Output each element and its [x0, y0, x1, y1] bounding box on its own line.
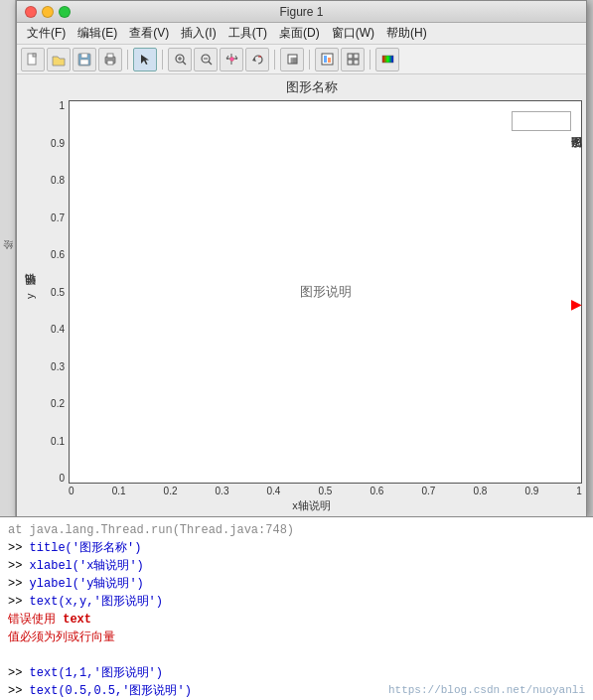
legend-box	[512, 111, 571, 131]
rotate-button[interactable]	[245, 48, 269, 71]
term-prompt-1: >>	[8, 541, 30, 555]
svg-rect-3	[81, 54, 87, 58]
term-prompt-5: >>	[8, 666, 30, 680]
sep3	[274, 50, 275, 70]
x-tick-1: 1	[576, 486, 582, 496]
menu-window[interactable]: 窗口(W)	[326, 23, 380, 44]
menu-tools[interactable]: 工具(T)	[222, 23, 273, 44]
x-ticks: 0 0.1 0.2 0.3 0.4 0.5 0.6 0.7 0.8 0.9 1	[69, 484, 582, 496]
x-tick-0.5: 0.5	[319, 486, 333, 496]
datacursor-button[interactable]: ▦	[280, 48, 304, 71]
red-arrow-right: ▶	[571, 296, 582, 312]
window-title: Figure 1	[279, 5, 323, 19]
svg-rect-27	[382, 56, 393, 63]
svg-line-13	[209, 62, 212, 65]
plot-title: 图形名称	[41, 78, 582, 96]
x-axis-label: x轴说明	[41, 498, 582, 513]
term-line-2: >> title('图形名称')	[8, 539, 585, 557]
menu-view[interactable]: 查看(V)	[123, 23, 175, 44]
plot-description: 图形说明	[300, 283, 352, 301]
svg-line-9	[183, 62, 186, 65]
x-tick-0.2: 0.2	[164, 486, 178, 496]
svg-rect-20	[322, 54, 333, 65]
svg-rect-6	[107, 54, 113, 58]
svg-point-15	[229, 58, 233, 62]
term-error-line: 错误使用 text	[8, 611, 585, 629]
sep4	[309, 50, 310, 70]
plottools-button[interactable]	[315, 48, 339, 71]
x-tick-0.9: 0.9	[524, 486, 538, 496]
sep1	[127, 50, 128, 70]
svg-rect-23	[348, 54, 353, 59]
save-button[interactable]	[73, 48, 96, 71]
term-prompt-4: >>	[8, 595, 30, 609]
y-tick-0.5: 0.5	[51, 287, 65, 298]
term-prompt-6: >>	[8, 684, 30, 698]
terminal-area: at java.lang.Thread.run(Thread.java:748)…	[0, 516, 593, 700]
sep5	[370, 50, 371, 70]
term-error-prefix: 错误使用	[8, 613, 63, 627]
x-tick-0: 0	[69, 486, 74, 496]
zoom-in-button[interactable]	[168, 48, 192, 71]
plot-container: y轴说明 图形名称 1 0.9 0.8 0.7 0.6 0.5 0.4	[21, 78, 582, 513]
menu-bar: 文件(F) 编辑(E) 查看(V) 插入(I) 工具(T) 桌面(D) 窗口(W…	[17, 23, 586, 45]
print-button[interactable]	[98, 48, 122, 71]
toolbar: ▦	[17, 45, 586, 74]
y-tick-0.1: 0.1	[51, 436, 65, 447]
y-tick-0: 0	[59, 473, 65, 484]
pan-button[interactable]	[220, 48, 243, 71]
close-button[interactable]	[25, 6, 37, 18]
x-tick-0.4: 0.4	[267, 486, 281, 496]
term-cmd-2: xlabel('x轴说明')	[30, 559, 144, 573]
term-cmd-1: title('图形名称')	[30, 541, 142, 555]
window-controls	[25, 6, 71, 18]
term-prompt-3: >>	[8, 577, 30, 591]
maximize-button[interactable]	[59, 6, 71, 18]
term-line-5: >> text(x,y,'图形说明')	[8, 593, 585, 611]
y-tick-0.4: 0.4	[51, 324, 65, 335]
svg-text:▦: ▦	[290, 56, 298, 65]
menu-insert[interactable]: 插入(I)	[175, 23, 222, 44]
menu-file[interactable]: 文件(F)	[21, 23, 72, 44]
svg-rect-21	[324, 56, 327, 63]
minimize-button[interactable]	[42, 6, 54, 18]
y-tick-0.6: 0.6	[51, 249, 65, 260]
term-cmd-4: text(x,y,'图形说明')	[30, 595, 163, 609]
sep2	[162, 50, 163, 70]
x-tick-0.1: 0.1	[112, 486, 126, 496]
term-cmd-3: ylabel('y轴说明')	[30, 577, 144, 591]
svg-rect-26	[354, 60, 359, 65]
term-line-4: >> ylabel('y轴说明')	[8, 575, 585, 593]
term-error-word: text	[63, 613, 91, 627]
open-button[interactable]	[47, 48, 71, 71]
pointer-tool[interactable]	[133, 48, 157, 71]
svg-rect-7	[107, 61, 113, 65]
zoom-out-button[interactable]	[194, 48, 218, 71]
plot-box[interactable]: 图形说明	[69, 100, 582, 484]
y-ticks: 1 0.9 0.8 0.7 0.6 0.5 0.4 0.3 0.2 0.1 0	[41, 100, 69, 484]
y-tick-0.9: 0.9	[51, 138, 65, 149]
title-bar: Figure 1	[17, 1, 586, 23]
term-blank	[8, 646, 585, 664]
term-line-6: >> text(1,1,'图形说明')	[8, 664, 585, 682]
menu-edit[interactable]: 编辑(E)	[72, 23, 123, 44]
x-tick-0.6: 0.6	[370, 486, 383, 496]
y-tick-0.8: 0.8	[51, 175, 65, 186]
new-button[interactable]	[21, 48, 45, 71]
svg-rect-22	[328, 58, 331, 63]
colormap-button[interactable]	[375, 48, 399, 71]
svg-rect-24	[354, 54, 359, 59]
watermark: https://blog.csdn.net/nuoyanli	[388, 684, 585, 696]
term-error-msg: 值必须为列或行向量	[8, 629, 585, 646]
subplot-button[interactable]	[341, 48, 365, 71]
term-prompt-2: >>	[8, 559, 30, 573]
svg-rect-4	[80, 60, 88, 65]
y-axis-label: y轴说明	[21, 78, 39, 513]
y-tick-0.2: 0.2	[51, 398, 65, 409]
menu-help[interactable]: 帮助(H)	[380, 23, 433, 44]
axes-area: 1 0.9 0.8 0.7 0.6 0.5 0.4 0.3 0.2 0.1 0	[41, 100, 582, 484]
left-panel: 绘	[0, 0, 16, 516]
svg-rect-1	[33, 54, 36, 57]
term-cmd-5: text(1,1,'图形说明')	[30, 666, 163, 680]
menu-desktop[interactable]: 桌面(D)	[273, 23, 326, 44]
